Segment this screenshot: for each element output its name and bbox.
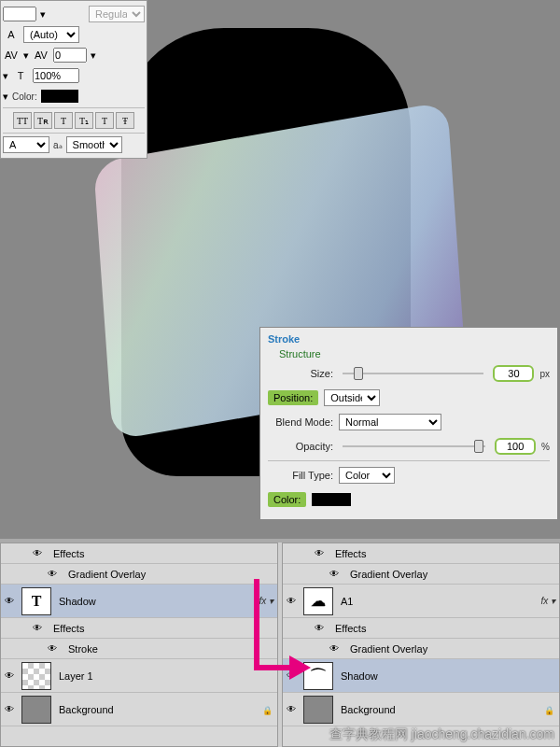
position-select[interactable]: Outside	[324, 389, 380, 406]
aa-label: aₐ	[53, 140, 63, 150]
size-slider[interactable]	[343, 373, 483, 374]
size-label: Size:	[268, 368, 333, 379]
strikethrough-button[interactable]: Ŧ	[116, 112, 134, 129]
tracking-input[interactable]	[53, 48, 87, 63]
antialias-select[interactable]: Smooth	[66, 136, 122, 153]
layers-panel-left: EffectsGradient OverlayTShadowfx ▾Effect…	[0, 543, 278, 747]
color-label: Color:	[12, 92, 37, 102]
position-label: Position:	[268, 390, 318, 405]
reorder-arrow	[247, 551, 313, 738]
underline-button[interactable]: T	[95, 112, 114, 129]
smallcaps-button[interactable]: Tʀ	[34, 112, 52, 129]
layer-thumb-transparent	[21, 662, 51, 690]
size-unit: px	[539, 369, 550, 379]
superscript-button[interactable]: T	[54, 112, 73, 129]
blend-mode-label: Blend Mode:	[268, 416, 333, 428]
visibility-icon[interactable]	[315, 547, 328, 560]
type-case-row: TT Tʀ T T₁ T Ŧ	[3, 110, 145, 131]
visibility-icon[interactable]	[329, 568, 343, 581]
dropdown-icon[interactable]: ▾	[23, 49, 29, 62]
fx-badge[interactable]: fx ▾	[540, 596, 555, 606]
dropdown-icon[interactable]: ▾	[40, 8, 46, 21]
layer-row[interactable]: Background	[283, 693, 559, 726]
subscript-button[interactable]: T₁	[75, 112, 93, 129]
scale-input[interactable]	[33, 68, 79, 83]
dropdown-icon[interactable]: ▾	[3, 70, 8, 82]
layer-name-label[interactable]: Shadow	[55, 596, 255, 607]
layer-name-label[interactable]: Shadow	[337, 670, 555, 682]
dropdown-icon[interactable]: ▾	[3, 91, 8, 103]
text-color-swatch[interactable]	[41, 90, 78, 103]
dropdown-icon[interactable]: ▾	[91, 49, 96, 62]
layer-row[interactable]: ⌒Shadow	[283, 659, 559, 693]
visibility-icon[interactable]	[5, 669, 18, 683]
panel-divider	[3, 133, 145, 134]
size-value[interactable]: 30	[493, 365, 534, 382]
layer-name-label[interactable]: A1	[337, 596, 537, 607]
leading-select[interactable]: (Auto)	[23, 26, 79, 43]
visibility-icon[interactable]	[48, 568, 61, 581]
kerning-icon: AV	[3, 47, 20, 63]
fill-type-label: Fill Type:	[268, 470, 333, 481]
opacity-slider[interactable]	[343, 445, 485, 447]
layer-row[interactable]: Layer 1	[1, 659, 277, 693]
scale-icon: T	[12, 67, 29, 84]
stroke-color-swatch[interactable]	[312, 493, 351, 506]
font-style-select[interactable]: Regular	[89, 6, 145, 22]
language-select[interactable]: A	[3, 136, 49, 153]
layer-effect-item[interactable]: Gradient Overlay	[283, 564, 559, 585]
layer-thumb-background	[21, 696, 51, 724]
visibility-icon[interactable]	[5, 595, 18, 608]
layer-effects-row[interactable]: Effects	[283, 543, 559, 564]
layer-effect-item[interactable]: Gradient Overlay	[1, 564, 277, 585]
panel-divider	[268, 460, 550, 461]
layer-effect-item[interactable]: Gradient Overlay	[283, 639, 559, 659]
layer-effects-row[interactable]: Effects	[1, 618, 277, 639]
svg-marker-0	[289, 655, 311, 680]
structure-label: Structure	[279, 348, 550, 359]
stroke-panel: Stroke Structure Size: 30 px Position: O…	[259, 327, 558, 520]
lock-icon	[544, 704, 555, 715]
layer-row[interactable]: ☁A1fx ▾	[283, 585, 559, 618]
visibility-icon[interactable]	[48, 642, 61, 655]
caps-button[interactable]: TT	[13, 112, 32, 129]
fill-type-select[interactable]: Color	[339, 467, 395, 484]
visibility-icon[interactable]	[33, 622, 46, 635]
opacity-value[interactable]: 100	[495, 438, 536, 455]
opacity-label: Opacity:	[268, 441, 333, 452]
leading-icon: A	[3, 26, 20, 43]
layers-panel-right: EffectsGradient Overlay☁A1fx ▾EffectsGra…	[282, 543, 560, 747]
visibility-icon[interactable]	[5, 703, 18, 716]
visibility-icon[interactable]	[33, 547, 46, 560]
font-size-input[interactable]	[3, 7, 36, 21]
visibility-icon[interactable]	[329, 642, 343, 655]
layer-row[interactable]: TShadowfx ▾	[1, 585, 277, 618]
blend-mode-select[interactable]: Normal	[339, 414, 441, 430]
panel-divider	[3, 107, 145, 108]
layer-effects-row[interactable]: Effects	[283, 618, 559, 639]
opacity-unit: %	[541, 442, 550, 452]
stroke-color-label: Color:	[268, 492, 306, 507]
layer-name-label[interactable]: Background	[337, 704, 540, 715]
layer-thumb-text: T	[21, 587, 51, 615]
layer-name-label[interactable]: Layer 1	[55, 670, 273, 682]
layer-name-label[interactable]: Background	[55, 704, 259, 715]
layer-effects-row[interactable]: Effects	[1, 543, 277, 564]
character-panel: ▾ Regular A (Auto) AV ▾ AV ▾ ▾ T ▾ Color…	[0, 0, 147, 159]
tracking-icon: AV	[33, 47, 49, 63]
watermark-text: 查字典教程网 jiaocheng.chazidian.com	[329, 726, 554, 743]
visibility-icon[interactable]	[315, 622, 328, 635]
layer-effect-item[interactable]: Stroke	[1, 639, 277, 659]
layer-row[interactable]: Background	[1, 693, 277, 726]
stroke-title: Stroke	[268, 333, 550, 345]
